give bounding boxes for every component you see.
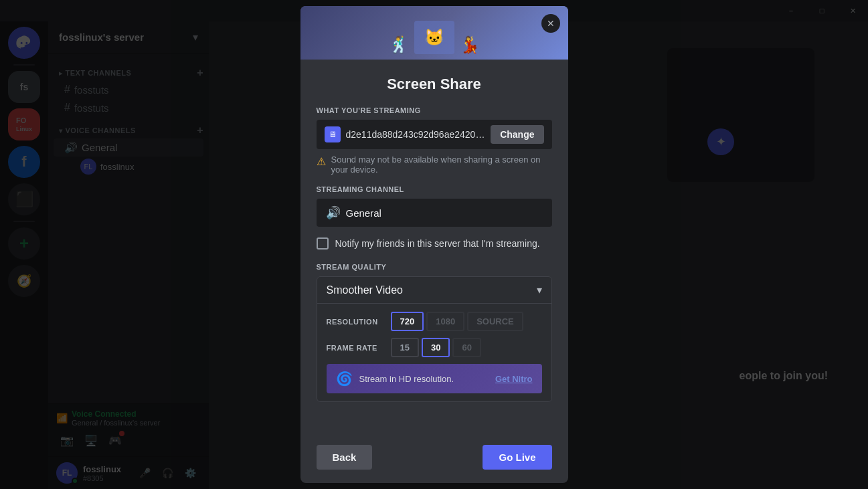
warning-text: Sound may not be available when sharing … (331, 155, 552, 175)
notify-row: Notify my friends in this server that I'… (317, 237, 552, 250)
framerate-label: FRAME RATE (327, 344, 380, 352)
quality-dropdown[interactable]: Smoother Video ▾ (317, 277, 551, 304)
framerate-row: FRAME RATE 15 30 60 (327, 338, 542, 357)
go-live-button[interactable]: Go Live (483, 445, 551, 470)
modal-body: Screen Share WHAT YOU'RE STREAMING 🖥 d2e… (300, 60, 568, 434)
modal-header-art: 🕺 🐱 💃 (300, 6, 568, 60)
notify-checkbox[interactable] (317, 237, 329, 250)
stream-source-text: d2e11da88d243c92d96ae24203... (346, 129, 486, 140)
screen-icon: 🖥 (325, 126, 341, 142)
quality-options-panel: RESOLUTION 720 1080 SOURCE FRAME RATE 15… (317, 304, 551, 401)
resolution-720-button[interactable]: 720 (391, 312, 424, 331)
nitro-promo-banner: 🌀 Stream in HD resolution. Get Nitro (327, 364, 542, 393)
screen-share-modal: 🕺 🐱 💃 ✕ Screen Share WHAT YOU'RE STREAMI… (300, 6, 568, 483)
modal-overlay: 🕺 🐱 💃 ✕ Screen Share WHAT YOU'RE STREAMI… (0, 0, 868, 489)
resolution-options: 720 1080 SOURCE (391, 312, 523, 331)
resolution-label: RESOLUTION (327, 318, 380, 326)
notify-text: Notify my friends in this server that I'… (335, 238, 540, 249)
stream-quality-label: STREAM QUALITY (317, 263, 552, 271)
get-nitro-link[interactable]: Get Nitro (495, 374, 533, 384)
stream-quality-section: Smoother Video ▾ RESOLUTION 720 1080 SOU… (317, 276, 552, 402)
streaming-channel-name: General (346, 207, 381, 219)
modal-title: Screen Share (317, 76, 552, 93)
stream-source-box: 🖥 d2e11da88d243c92d96ae24203... Change (317, 120, 552, 149)
framerate-30-button[interactable]: 30 (422, 338, 450, 357)
quality-option-text: Smoother Video (327, 284, 537, 296)
speaker-channel-icon: 🔊 (326, 205, 341, 220)
resolution-1080-button[interactable]: 1080 (426, 312, 464, 331)
back-button[interactable]: Back (317, 445, 373, 470)
nitro-promo-text: Stream in HD resolution. (359, 374, 489, 384)
modal-close-button[interactable]: ✕ (541, 14, 560, 33)
change-button[interactable]: Change (491, 125, 543, 144)
dropdown-arrow-icon: ▾ (537, 284, 542, 296)
modal-footer: Back Go Live (300, 434, 568, 483)
framerate-options: 15 30 60 (391, 338, 481, 357)
sound-warning-row: ⚠ Sound may not be available when sharin… (317, 155, 552, 175)
nitro-promo-icon: 🌀 (336, 371, 353, 387)
streaming-channel-label: STREAMING CHANNEL (317, 185, 552, 193)
framerate-15-button[interactable]: 15 (391, 338, 419, 357)
what-streaming-label: WHAT YOU'RE STREAMING (317, 106, 552, 114)
framerate-60-button[interactable]: 60 (452, 338, 481, 357)
warning-icon: ⚠ (317, 155, 326, 168)
resolution-source-button[interactable]: SOURCE (467, 312, 523, 331)
streaming-channel-box: 🔊 General (317, 199, 552, 227)
resolution-row: RESOLUTION 720 1080 SOURCE (327, 312, 542, 331)
